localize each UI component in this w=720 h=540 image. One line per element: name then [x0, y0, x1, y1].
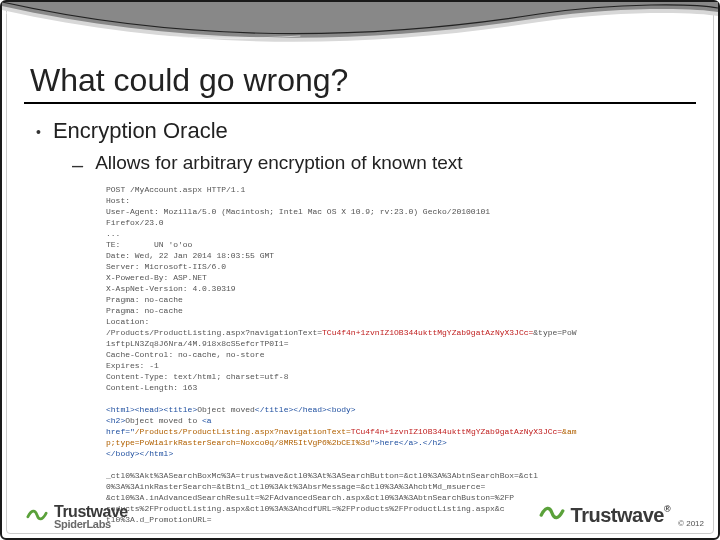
code-line: X-Powered-By: ASP.NET — [106, 273, 207, 282]
code-highlight: TCu4f4n+1zvnIZ1OB344ukttMgYZab9gatAzNyX3… — [322, 328, 533, 337]
code-line: TE: UN 'o'oo — [106, 240, 192, 249]
footer: Trustwave SpiderLabs Trustwave® © 2012 — [26, 500, 704, 530]
bullet1-text: Encryption Oracle — [53, 118, 228, 144]
code-line: Pragma: no-cache — [106, 295, 183, 304]
code-line: POST /MyAccount.aspx HTTP/1.1 — [106, 185, 245, 194]
code-html: </title></head><body> — [255, 405, 356, 414]
code-html: ">here</a>.</h2> — [370, 438, 447, 447]
code-html: </body></html> — [106, 449, 173, 458]
wave-icon — [539, 500, 565, 530]
http-code-block: POST /MyAccount.aspx HTTP/1.1 Host: User… — [106, 184, 688, 525]
logo-right-main: Trustwave® — [571, 504, 670, 527]
code-line: 1sftpLN3Zq8J6Nra/4M.918x8cS5efcrTP0I1= — [106, 339, 288, 348]
bullet-level-2: – Allows for arbitrary encryption of kno… — [72, 152, 688, 178]
logo-spiderlabs: Trustwave SpiderLabs — [26, 503, 128, 530]
code-line: User-Agent: Mozilla/5.0 (Macintosh; Inte… — [106, 207, 490, 216]
code-line: Pragma: no-cache — [106, 306, 183, 315]
code-line: Object moved to — [125, 416, 202, 425]
bullet2-text: Allows for arbitrary encryption of known… — [95, 152, 463, 174]
registered-mark: ® — [664, 504, 670, 514]
code-attr: 1rkRasterSearch=Noxco0q/8MR5ItVgP6%2bCEI… — [164, 438, 370, 447]
code-line: /Products/ProductListing.aspx?navigation… — [106, 328, 322, 337]
code-html: <html><head><title> — [106, 405, 197, 414]
logo-right-text: Trustwave — [571, 504, 664, 526]
title-underline — [24, 102, 696, 104]
slide-frame: What could go wrong? • Encryption Oracle… — [0, 0, 720, 540]
code-line: Firefox/23.0 — [106, 218, 164, 227]
code-line: Location: — [106, 317, 149, 326]
slide-title: What could go wrong? — [30, 62, 348, 99]
code-line: Server: Microsoft-IIS/6.0 — [106, 262, 226, 271]
code-line: Content-Length: 163 — [106, 383, 197, 392]
wave-icon — [26, 504, 48, 530]
bullet-dash-icon: – — [72, 152, 83, 178]
code-line: Content-Type: text/html; charset=utf-8 — [106, 372, 288, 381]
copyright: © 2012 — [678, 519, 704, 528]
code-line: X-AspNet-Version: 4.0.30319 — [106, 284, 236, 293]
code-attr: /Products/ProductListing.aspx?navigation… — [135, 427, 351, 436]
header-swoosh — [2, 2, 718, 62]
code-line: &type=PoW — [533, 328, 576, 337]
code-line: Host: — [106, 196, 130, 205]
code-line: Cache-Control: no-cache, no-store — [106, 350, 264, 359]
code-attr: &am — [562, 427, 576, 436]
code-highlight: TCu4f4n+1zvnIZ1OB344ukttMgYZab9gatAzNyX3… — [351, 427, 562, 436]
code-line: _ctl0%3Akt%3ASearchBoxMc%3A=trustwave&ct… — [106, 471, 538, 480]
slide-content: • Encryption Oracle – Allows for arbitra… — [36, 118, 688, 525]
code-line: Object moved — [197, 405, 255, 414]
code-attr: p;type=PoW1a — [106, 438, 164, 447]
code-line: Date: Wed, 22 Jan 2014 18:03:55 GMT — [106, 251, 274, 260]
code-line: ... — [106, 229, 120, 238]
bullet-dot-icon: • — [36, 118, 41, 146]
bullet-level-1: • Encryption Oracle — [36, 118, 688, 146]
code-html: <a — [202, 416, 212, 425]
logo-trustwave: Trustwave® — [539, 500, 670, 530]
code-line: 0%3A%3AinkRasterSearch=&tBtn1_ctl0%3Akt%… — [106, 482, 485, 491]
code-line: Expires: -1 — [106, 361, 159, 370]
code-html: <h2> — [106, 416, 125, 425]
code-html: href=" — [106, 427, 135, 436]
